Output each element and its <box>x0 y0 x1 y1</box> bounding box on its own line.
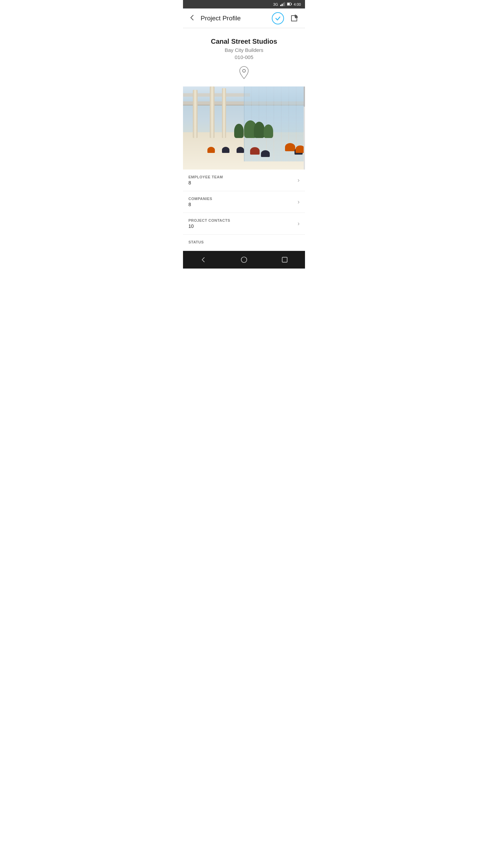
project-contacts-content: PROJECT CONTACTS 10 <box>188 218 298 229</box>
employee-team-content: EMPLOYEE TEAM 8 <box>188 175 298 185</box>
building-photo <box>183 86 305 170</box>
project-contacts-item[interactable]: PROJECT CONTACTS 10 › <box>183 213 305 235</box>
project-name: Canal Street Studios <box>190 38 298 45</box>
nav-bar <box>183 251 305 269</box>
signal-icon <box>280 2 285 7</box>
chevron-right-icon: › <box>298 220 300 227</box>
battery-icon <box>287 2 292 7</box>
companies-item[interactable]: COMPANIES 8 › <box>183 191 305 213</box>
status-content: STATUS <box>188 240 300 245</box>
header: Project Profile <box>183 8 305 28</box>
companies-label: COMPANIES <box>188 197 298 201</box>
location-pin-icon <box>239 66 249 80</box>
project-company: Bay City Builders <box>190 47 298 53</box>
companies-value: 8 <box>188 202 298 207</box>
edit-button[interactable] <box>289 13 300 24</box>
svg-point-12 <box>241 257 247 263</box>
nav-recent-button[interactable] <box>274 253 295 267</box>
time-label: 4:00 <box>294 2 301 6</box>
svg-rect-5 <box>291 3 292 5</box>
svg-rect-6 <box>287 3 290 5</box>
header-actions <box>272 12 300 24</box>
back-button[interactable] <box>186 11 199 25</box>
project-info: Canal Street Studios Bay City Builders 0… <box>183 28 305 86</box>
employee-team-value: 8 <box>188 180 298 185</box>
employee-team-label: EMPLOYEE TEAM <box>188 175 298 179</box>
page-title: Project Profile <box>201 15 272 22</box>
location-icon-wrap <box>190 66 298 80</box>
status-label: STATUS <box>188 240 300 244</box>
status-bar: 3G 4:00 <box>183 0 305 8</box>
project-id: 010-005 <box>190 54 298 60</box>
svg-rect-1 <box>282 4 283 6</box>
svg-rect-0 <box>280 5 281 6</box>
status-item[interactable]: STATUS <box>183 235 305 251</box>
nav-home-button[interactable] <box>234 253 254 267</box>
svg-point-11 <box>243 70 245 72</box>
project-contacts-label: PROJECT CONTACTS <box>188 218 298 222</box>
chevron-right-icon: › <box>298 198 300 205</box>
signal-label: 3G <box>273 2 278 6</box>
companies-content: COMPANIES 8 <box>188 197 298 207</box>
scroll-indicator[interactable] <box>304 86 305 170</box>
svg-rect-3 <box>284 2 285 6</box>
employee-team-item[interactable]: EMPLOYEE TEAM 8 › <box>183 170 305 191</box>
project-image <box>183 86 305 170</box>
project-contacts-value: 10 <box>188 223 298 229</box>
confirm-button[interactable] <box>272 12 284 24</box>
chevron-right-icon: › <box>298 177 300 184</box>
list-section: EMPLOYEE TEAM 8 › COMPANIES 8 › PROJECT … <box>183 170 305 251</box>
nav-back-button[interactable] <box>193 253 214 267</box>
svg-rect-2 <box>283 3 284 6</box>
svg-rect-13 <box>282 257 287 262</box>
